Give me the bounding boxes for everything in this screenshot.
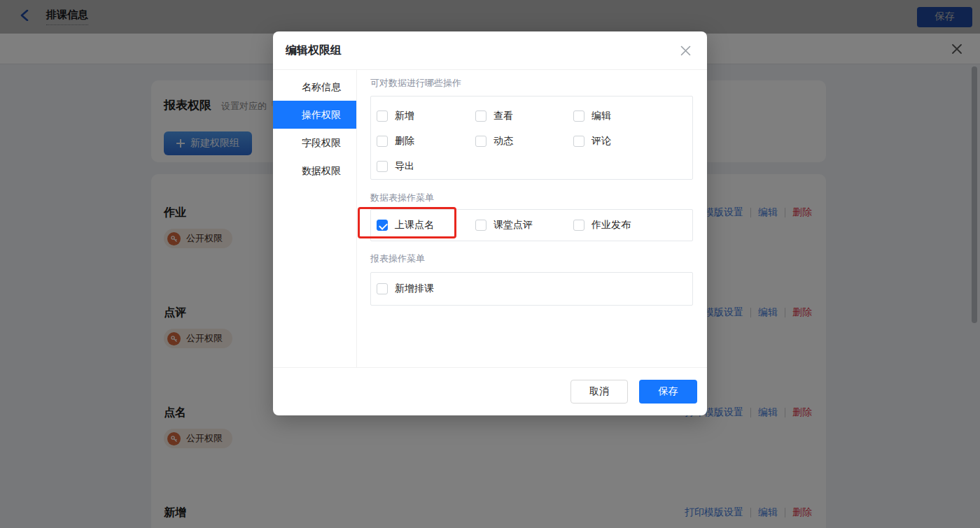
tab-operation-permission[interactable]: 操作权限 — [273, 101, 356, 129]
checkbox-label: 动态 — [493, 135, 513, 148]
checkbox[interactable] — [475, 136, 486, 147]
checkbox-item[interactable]: 新增排课 — [377, 283, 434, 295]
section-title-report-menu: 报表操作菜单 — [370, 252, 693, 266]
checkbox-item[interactable]: 作业发布 — [573, 219, 692, 231]
checkbox-label: 课堂点评 — [493, 219, 533, 231]
modal-content: 可对数据进行哪些操作 新增 查看 编辑 — [357, 70, 707, 367]
section-title-data-operations: 可对数据进行哪些操作 — [370, 76, 693, 90]
screen: 排课信息 保存 报表权限 设置对应的「 新建权限组 作业 打印模版设 — [0, 0, 980, 528]
checkbox-item[interactable]: 评论 — [573, 135, 692, 148]
cancel-button[interactable]: 取消 — [570, 380, 628, 404]
checkbox[interactable] — [475, 220, 486, 231]
checkbox-item-roll-call[interactable]: 上课点名 — [377, 219, 475, 231]
modal-tabs: 名称信息 操作权限 字段权限 数据权限 — [273, 70, 357, 367]
data-operations-group: 新增 查看 编辑 删除 — [370, 96, 693, 180]
checkbox-item[interactable]: 删除 — [377, 135, 475, 148]
checkbox-label: 评论 — [592, 135, 611, 148]
checkbox-label: 导出 — [395, 160, 414, 173]
checkbox[interactable] — [377, 110, 388, 122]
checkbox-label: 新增排课 — [395, 283, 434, 295]
edit-permission-group-modal: 编辑权限组 名称信息 操作权限 字段权限 数据权限 可对数据进行哪些操作 新增 — [273, 31, 707, 415]
modal-title: 编辑权限组 — [286, 43, 342, 58]
checkbox-label: 上课点名 — [395, 219, 434, 231]
modal-close-button[interactable] — [680, 45, 692, 57]
checkbox[interactable] — [377, 220, 388, 231]
tab-field-permission[interactable]: 字段权限 — [273, 129, 356, 157]
tab-name-info[interactable]: 名称信息 — [273, 73, 356, 101]
table-menu-group: 上课点名 课堂点评 作业发布 — [370, 209, 693, 241]
checkbox-label: 作业发布 — [592, 219, 631, 231]
checkbox-item[interactable]: 编辑 — [573, 110, 692, 122]
section-title-table-menu: 数据表操作菜单 — [370, 191, 693, 205]
modal-header: 编辑权限组 — [273, 31, 707, 70]
report-menu-group: 新增排课 — [370, 272, 693, 306]
checkbox-item[interactable]: 查看 — [475, 110, 573, 122]
checkbox-item[interactable]: 课堂点评 — [475, 219, 573, 231]
modal-footer: 取消 保存 — [273, 367, 707, 415]
checkbox-label: 查看 — [493, 110, 513, 122]
checkbox[interactable] — [377, 136, 388, 147]
tab-data-permission[interactable]: 数据权限 — [273, 157, 356, 185]
checkbox-item[interactable]: 动态 — [475, 135, 573, 148]
save-button[interactable]: 保存 — [639, 380, 697, 404]
checkbox-label: 删除 — [395, 135, 414, 148]
checkbox[interactable] — [573, 110, 584, 122]
checkbox-label: 编辑 — [592, 110, 611, 122]
checkbox[interactable] — [475, 110, 486, 122]
checkbox[interactable] — [377, 283, 388, 294]
checkbox-label: 新增 — [395, 110, 414, 122]
checkbox[interactable] — [573, 136, 584, 147]
checkbox-item[interactable]: 新增 — [377, 110, 475, 122]
checkbox-item[interactable]: 导出 — [377, 160, 475, 173]
checkbox[interactable] — [573, 220, 584, 231]
checkbox[interactable] — [377, 161, 388, 172]
close-icon — [680, 47, 692, 59]
